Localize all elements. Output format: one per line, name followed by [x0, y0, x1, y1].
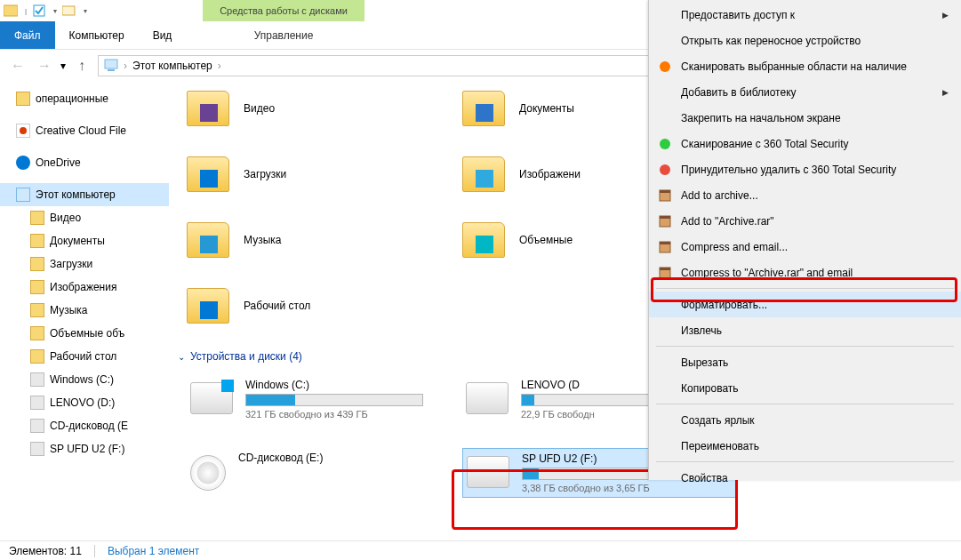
breadcrumb-chevron-icon[interactable]: › — [218, 60, 221, 72]
winrar-icon — [658, 240, 672, 254]
menu-separator — [656, 404, 954, 404]
tree-item[interactable]: Видео — [0, 206, 169, 229]
tree-item-label: Документы — [50, 235, 105, 247]
tree-item[interactable]: CD-дисковод (E — [0, 414, 169, 437]
svg-rect-2 — [62, 6, 75, 15]
submenu-arrow-icon: ▶ — [942, 11, 949, 20]
menu-item[interactable]: Переименовать — [649, 433, 961, 459]
tree-item-label: Рабочий стол — [50, 350, 116, 363]
tree-item[interactable]: операционные — [0, 87, 169, 110]
360r-icon — [658, 163, 672, 177]
tree-item[interactable]: Windows (C:) — [0, 368, 169, 391]
360g-icon — [658, 137, 672, 151]
tree-item-label: CD-дисковод (E — [50, 420, 128, 432]
drive-icon — [30, 419, 44, 433]
tree-item[interactable]: Creative Cloud File — [0, 119, 169, 142]
winrar-icon — [658, 214, 672, 228]
status-selection: Выбран 1 элемент — [108, 545, 199, 557]
menu-item[interactable]: Принудительно удалить с 360 Total Securi… — [649, 156, 961, 182]
folder-item[interactable]: Видео — [187, 89, 462, 128]
tree-item[interactable]: Музыка — [0, 299, 169, 322]
menu-item[interactable]: Add to "Archive.rar" — [649, 208, 961, 234]
menu-item[interactable]: Предоставить доступ к▶ — [649, 2, 961, 28]
qat-customize-icon[interactable]: ▾ — [84, 7, 87, 15]
menu-item-label: Свойства — [681, 472, 728, 484]
nav-history-dropdown[interactable]: ▾ — [60, 60, 66, 72]
qat-newfolder-icon[interactable] — [62, 4, 76, 18]
folder-icon — [30, 257, 44, 271]
status-separator — [94, 545, 95, 557]
folder-item[interactable]: Музыка — [187, 220, 462, 260]
menu-item-label: Compress to "Archive.rar" and email — [681, 267, 853, 279]
tab-manage[interactable]: Управление — [203, 21, 364, 50]
breadcrumb-segment[interactable]: Этот компьютер — [132, 60, 212, 72]
tree-item[interactable]: Рабочий стол — [0, 345, 169, 368]
drive-item[interactable]: CD-дисковод (E:) — [187, 448, 462, 498]
folder-label: Видео — [244, 102, 275, 115]
drive-icon — [466, 382, 509, 414]
tab-view[interactable]: Вид — [139, 21, 187, 49]
menu-item[interactable]: Compress to "Archive.rar" and email — [649, 260, 961, 285]
folder-label: Рабочий стол — [244, 300, 310, 312]
menu-item-label: Предоставить доступ к — [681, 9, 795, 21]
qat-properties-icon[interactable] — [32, 4, 46, 18]
menu-item[interactable]: Извлечь — [649, 317, 961, 343]
qat-separator: | — [25, 7, 27, 15]
tree-item[interactable]: Документы — [0, 229, 169, 252]
submenu-arrow-icon: ▶ — [942, 88, 949, 97]
menu-item[interactable]: Закрепить на начальном экране — [649, 105, 961, 131]
tree-item[interactable]: OneDrive — [0, 151, 169, 174]
folder-icon — [30, 326, 44, 340]
chevron-down-icon[interactable]: ▾ — [53, 7, 57, 15]
menu-item[interactable]: Открыть как переносное устройство — [649, 28, 961, 53]
menu-item[interactable]: Add to archive... — [649, 182, 961, 208]
tree-item[interactable]: Объемные объ — [0, 322, 169, 345]
app-icon — [4, 4, 18, 18]
folder-icon — [187, 91, 229, 126]
menu-item[interactable]: Свойства — [649, 465, 961, 491]
menu-item[interactable]: Сканировать выбранные области на наличие — [649, 53, 961, 79]
menu-item[interactable]: Вырезать — [649, 349, 961, 375]
drive-icon — [190, 382, 233, 414]
tree-item[interactable]: SP UFD U2 (F:) — [0, 437, 169, 460]
nav-back-button[interactable]: ← — [7, 55, 28, 76]
svg-rect-9 — [660, 190, 670, 193]
tree-item-label: Видео — [50, 212, 81, 224]
tree-item[interactable]: Загрузки — [0, 252, 169, 276]
svg-rect-13 — [660, 242, 670, 244]
folder-label: Объемные — [519, 234, 573, 246]
collapse-caret-icon[interactable]: ⌄ — [178, 352, 185, 362]
tree-item-label: LENOVO (D:) — [50, 396, 115, 409]
tree-item-label: операционные — [36, 92, 108, 105]
winrar-icon — [658, 266, 672, 280]
folder-item[interactable]: Загрузки — [187, 155, 462, 194]
navigation-tree: операционныеCreative Cloud FileOneDriveЭ… — [0, 82, 169, 540]
folder-item[interactable]: Рабочий стол — [187, 286, 462, 325]
drive-usage-bar — [245, 394, 423, 406]
folder-icon — [187, 288, 229, 324]
tree-item[interactable]: Этот компьютер — [0, 183, 169, 206]
cc-icon — [16, 124, 30, 138]
menu-item-label: Извлечь — [681, 324, 722, 337]
drive-item[interactable]: Windows (C:) 321 ГБ свободно из 439 ГБ — [187, 375, 462, 423]
tree-item[interactable]: LENOVO (D:) — [0, 391, 169, 414]
tab-computer[interactable]: Компьютер — [55, 21, 139, 49]
menu-item[interactable]: Compress and email... — [649, 234, 961, 260]
tab-file[interactable]: Файл — [0, 21, 55, 49]
menu-item[interactable]: Добавить в библиотеку▶ — [649, 79, 961, 105]
tree-item[interactable]: Изображения — [0, 276, 169, 299]
menu-item[interactable]: Создать ярлык — [649, 407, 961, 433]
drive-free-text: 321 ГБ свободно из 439 ГБ — [245, 409, 423, 420]
menu-item[interactable]: Сканирование с 360 Total Security — [649, 131, 961, 156]
drive-icon — [30, 372, 44, 387]
menu-item[interactable]: Форматировать... — [649, 292, 961, 317]
nav-up-button[interactable]: ↑ — [71, 55, 92, 76]
menu-item-label: Add to archive... — [681, 189, 758, 202]
svg-point-5 — [660, 61, 670, 72]
breadcrumb-chevron-icon[interactable]: › — [124, 60, 127, 72]
menu-item-label: Форматировать... — [681, 299, 767, 311]
folder-icon — [462, 156, 505, 192]
menu-item[interactable]: Копировать — [649, 375, 961, 401]
nav-forward-button[interactable]: → — [34, 55, 55, 76]
tree-item-label: Creative Cloud File — [36, 124, 126, 137]
